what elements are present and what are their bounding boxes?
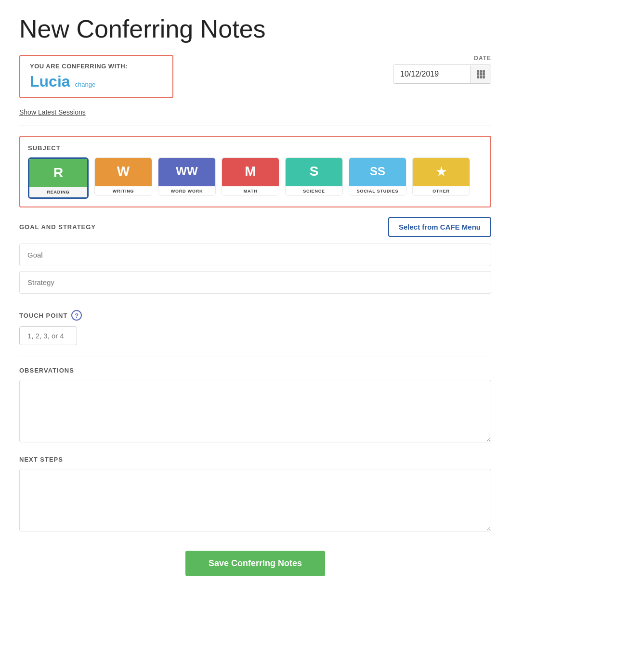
goal-strategy-label: GOAL AND STRATEGY [19,223,96,231]
subject-button-math[interactable]: M MATH [222,157,279,196]
change-student-link[interactable]: change [75,81,96,88]
date-section: DATE [393,55,491,84]
calendar-icon-button[interactable] [470,65,491,83]
save-button-wrapper: Save Conferring Notes [19,551,491,576]
subject-label: SUBJECT [28,144,483,152]
touch-point-help-icon[interactable]: ? [71,310,82,321]
math-letter: M [245,164,256,179]
writing-name: WRITING [113,189,134,194]
next-steps-textarea[interactable] [19,469,491,531]
touch-point-label: TOUCH POINT [19,312,67,319]
observations-label: OBSERVATIONS [19,367,491,374]
save-conferring-notes-button[interactable]: Save Conferring Notes [185,551,325,576]
subject-section: SUBJECT R READING W WRITING [19,136,491,207]
divider [19,126,491,126]
conferring-with-box: YOU ARE CONFERRING WITH: Lucia change [19,55,173,98]
touch-point-section: TOUCH POINT ? [19,310,491,345]
date-input-wrapper [393,65,491,84]
goal-strategy-section: GOAL AND STRATEGY Select from CAFE Menu [19,217,491,298]
subject-button-writing[interactable]: W WRITING [94,157,152,196]
calendar-grid-icon [477,70,485,78]
date-label: DATE [474,55,491,62]
strategy-input[interactable] [19,271,491,294]
touch-point-input[interactable] [19,326,77,345]
observations-textarea[interactable] [19,380,491,442]
observations-section: OBSERVATIONS [19,367,491,444]
reading-name: READING [47,190,69,194]
subject-button-socialstudies[interactable]: SS SOCIAL STUDIES [349,157,406,196]
subject-button-science[interactable]: S SCIENCE [285,157,343,196]
science-letter: S [310,164,319,179]
socialstudies-name: SOCIAL STUDIES [357,189,399,194]
other-letter: ★ [435,164,447,180]
next-steps-label: NEXT STEPS [19,456,491,463]
other-name: OTHER [432,189,450,194]
subject-button-wordwork[interactable]: WW WORD WORK [158,157,216,196]
divider-2 [19,357,491,357]
science-name: SCIENCE [303,189,325,194]
goal-input[interactable] [19,244,491,266]
show-latest-sessions-link[interactable]: Show Latest Sessions [19,108,86,116]
subject-button-reading[interactable]: R READING [28,157,89,199]
cafe-menu-button[interactable]: Select from CAFE Menu [388,217,491,237]
socialstudies-letter: SS [370,165,385,178]
subject-button-other[interactable]: ★ OTHER [412,157,470,196]
page-title: New Conferring Notes [19,14,491,43]
math-name: MATH [244,189,258,194]
reading-letter: R [53,165,63,181]
subject-buttons: R READING W WRITING WW WORD WORK [28,157,483,199]
writing-letter: W [117,164,130,179]
wordwork-name: WORD WORK [171,189,203,194]
next-steps-section: NEXT STEPS [19,456,491,533]
student-name: Lucia [30,73,70,90]
conferring-with-label: YOU ARE CONFERRING WITH: [30,63,163,70]
date-input[interactable] [393,65,470,83]
wordwork-letter: WW [176,165,197,178]
